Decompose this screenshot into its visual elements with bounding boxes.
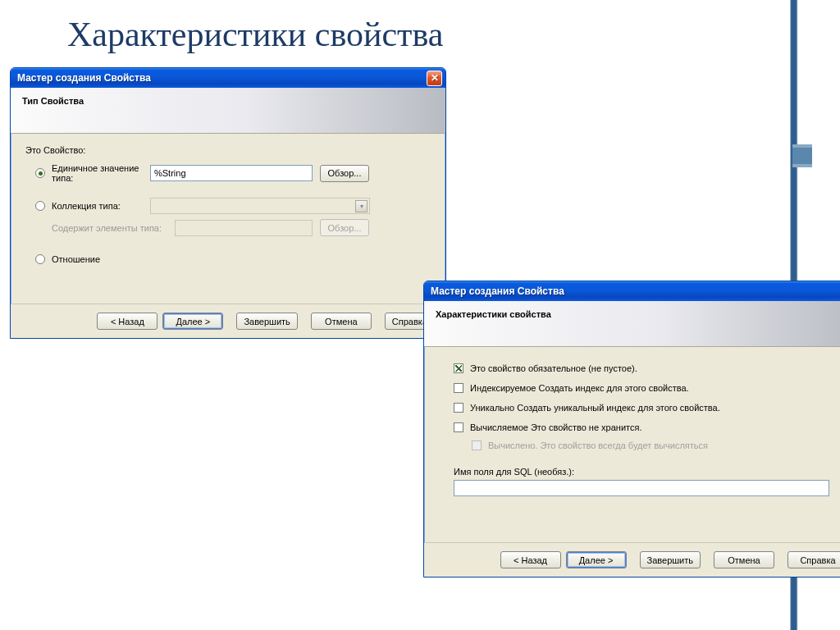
sql-field-label: Имя поля для SQL (необяз.): xyxy=(454,467,574,477)
wizard-body: Это Свойство: Единичное значение типа: О… xyxy=(11,134,445,304)
back-button[interactable]: < Назад xyxy=(97,313,158,330)
slide-accent xyxy=(792,148,812,164)
cancel-button[interactable]: Отмена xyxy=(714,551,774,568)
check-required[interactable] xyxy=(454,363,463,373)
back-button[interactable]: < Назад xyxy=(500,551,561,568)
wizard-body: Это свойство обязательное (не пустое). И… xyxy=(424,347,840,542)
close-icon: ✕ xyxy=(431,73,439,83)
chevron-down-icon: ▾ xyxy=(355,200,368,212)
check-indexed[interactable] xyxy=(454,383,463,393)
wizard-header: Характеристики свойства xyxy=(424,301,840,347)
contains-input xyxy=(175,220,313,236)
button-bar: < Назад Далее > Завершить Отмена Справка xyxy=(11,304,445,338)
radio-collection[interactable] xyxy=(35,201,45,211)
next-button[interactable]: Далее > xyxy=(566,551,627,568)
contains-label: Содержит элементы типа: xyxy=(52,223,175,233)
window-title: Мастер создания Свойства xyxy=(17,72,151,84)
check-required-label: Это свойство обязательное (не пустое). xyxy=(470,363,637,373)
wizard-header-title: Характеристики свойства xyxy=(436,309,551,319)
page-title: Характеристики свойства xyxy=(67,15,443,54)
sql-field-input[interactable] xyxy=(454,480,829,496)
radio-collection-label: Коллекция типа: xyxy=(52,201,150,211)
window-property-characteristics: Мастер создания Свойства ✕ Характеристик… xyxy=(423,281,840,578)
check-unique[interactable] xyxy=(454,403,463,413)
wizard-header: Тип Свойства xyxy=(11,88,445,134)
close-button[interactable]: ✕ xyxy=(427,71,442,86)
browse-button[interactable]: Обзор... xyxy=(320,165,369,182)
finish-button[interactable]: Завершить xyxy=(640,551,701,568)
finish-button[interactable]: Завершить xyxy=(236,313,297,330)
window-title: Мастер создания Свойства xyxy=(431,285,564,297)
type-input[interactable] xyxy=(150,165,313,181)
help-button[interactable]: Справка xyxy=(788,551,840,568)
section-label: Это Свойство: xyxy=(25,145,431,155)
radio-single-value[interactable] xyxy=(35,168,45,178)
browse-button-disabled: Обзор... xyxy=(320,219,369,236)
next-button[interactable]: Далее > xyxy=(162,313,223,330)
check-unique-label: Уникально Создать уникальный индекс для … xyxy=(470,403,720,413)
titlebar[interactable]: Мастер создания Свойства ✕ xyxy=(424,281,840,301)
check-always-label: Вычислено. Это свойство всегда будет выч… xyxy=(488,441,708,450)
radio-single-label: Единичное значение типа: xyxy=(52,163,150,183)
cancel-button[interactable]: Отмена xyxy=(311,313,372,330)
titlebar[interactable]: Мастер создания Свойства ✕ xyxy=(11,68,445,88)
check-computed[interactable] xyxy=(454,422,463,432)
radio-relation-label: Отношение xyxy=(52,254,150,264)
window-property-type: Мастер создания Свойства ✕ Тип Свойства … xyxy=(10,67,446,339)
check-computed-label: Вычисляемое Это свойство не хранится. xyxy=(470,422,642,432)
radio-relation[interactable] xyxy=(35,254,45,264)
collection-combo[interactable]: ▾ xyxy=(150,198,370,214)
check-always-computed xyxy=(472,441,482,450)
wizard-header-title: Тип Свойства xyxy=(22,96,84,106)
button-bar: < Назад Далее > Завершить Отмена Справка xyxy=(424,542,840,577)
check-indexed-label: Индексируемое Создать индекс для этого с… xyxy=(470,383,689,393)
